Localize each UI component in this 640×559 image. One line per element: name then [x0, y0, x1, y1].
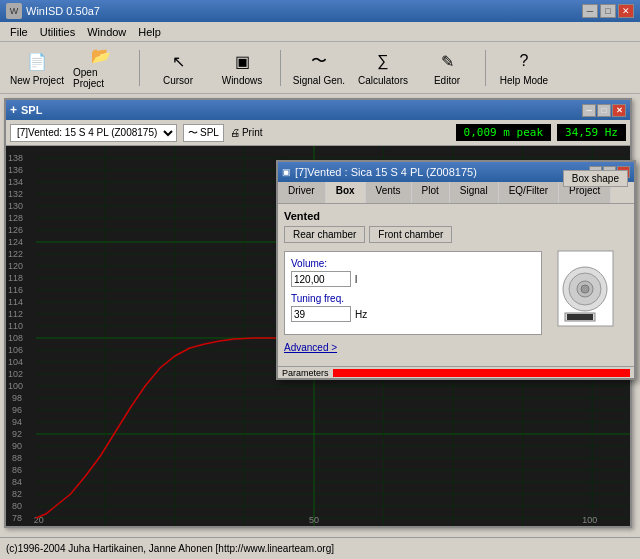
tab-eq-filter[interactable]: EQ/Filter [499, 182, 559, 203]
front-chamber-button[interactable]: Front chamber [369, 226, 452, 243]
vented-settings-box: Volume: l Tuning freq. Hz [284, 251, 542, 335]
signal-gen-button[interactable]: 〜 Signal Gen. [290, 46, 348, 90]
cursor-label: Cursor [163, 75, 193, 86]
svg-text:50: 50 [309, 515, 319, 525]
volume-input[interactable] [291, 271, 351, 287]
cursor-button[interactable]: ↖ Cursor [149, 46, 207, 90]
new-project-label: New Project [10, 75, 64, 86]
maximize-button[interactable]: □ [600, 4, 616, 18]
svg-text:84: 84 [12, 477, 22, 487]
editor-icon: ✎ [435, 49, 459, 73]
svg-text:128: 128 [8, 213, 23, 223]
box-content: Vented Rear chamber Front chamber Volume… [278, 204, 634, 378]
windows-button[interactable]: ▣ Windows [213, 46, 271, 90]
svg-text:118: 118 [8, 273, 23, 283]
spl-maximize-button[interactable]: □ [597, 104, 611, 117]
svg-text:136: 136 [8, 165, 23, 175]
params-bar-fill [333, 369, 630, 377]
help-mode-button[interactable]: ? Help Mode [495, 46, 553, 90]
svg-text:90: 90 [12, 441, 22, 451]
speaker-svg [553, 241, 623, 341]
open-project-icon: 📂 [89, 46, 113, 65]
svg-text:102: 102 [8, 369, 23, 379]
svg-text:122: 122 [8, 249, 23, 259]
svg-text:80: 80 [12, 501, 22, 511]
signal-gen-label: Signal Gen. [293, 75, 345, 86]
svg-text:110: 110 [8, 321, 23, 331]
volume-unit: l [355, 274, 357, 285]
advanced-button[interactable]: Advanced > [284, 342, 337, 353]
tab-box[interactable]: Box [326, 182, 366, 203]
svg-point-78 [581, 285, 589, 293]
spl-minimize-button[interactable]: ─ [582, 104, 596, 117]
cursor-icon: ↖ [166, 49, 190, 73]
vented-section-title: Vented [284, 210, 542, 222]
svg-text:92: 92 [12, 429, 22, 439]
svg-text:86: 86 [12, 465, 22, 475]
svg-text:120: 120 [8, 261, 23, 271]
svg-rect-80 [567, 314, 593, 320]
window-controls: ─ □ ✕ [582, 4, 634, 18]
project-select[interactable]: [7]Vented: 15 S 4 PL (Z008175) [10, 124, 177, 142]
box-left-panel: Vented Rear chamber Front chamber Volume… [284, 210, 542, 372]
box-shape-button[interactable]: Box shape [563, 170, 628, 187]
menu-window[interactable]: Window [81, 24, 132, 40]
svg-text:134: 134 [8, 177, 23, 187]
editor-button[interactable]: ✎ Editor [418, 46, 476, 90]
toolbar-separator-1 [139, 50, 140, 86]
title-bar: W WinISD 0.50a7 ─ □ ✕ [0, 0, 640, 22]
tuning-unit: Hz [355, 309, 367, 320]
svg-text:88: 88 [12, 453, 22, 463]
svg-text:100: 100 [582, 515, 597, 525]
svg-text:132: 132 [8, 189, 23, 199]
windows-label: Windows [222, 75, 263, 86]
svg-text:106: 106 [8, 345, 23, 355]
spl-window: + SPL ─ □ ✕ [7]Vented: 15 S 4 PL (Z00817… [4, 98, 632, 528]
spl-close-button[interactable]: ✕ [612, 104, 626, 117]
new-project-icon: 📄 [25, 49, 49, 73]
status-text: (c)1996-2004 Juha Hartikainen, Janne Aho… [6, 543, 334, 554]
minimize-button[interactable]: ─ [582, 4, 598, 18]
svg-text:126: 126 [8, 225, 23, 235]
tab-plot[interactable]: Plot [412, 182, 450, 203]
menu-file[interactable]: File [4, 24, 34, 40]
menu-help[interactable]: Help [132, 24, 167, 40]
calculators-button[interactable]: ∑ Calculators [354, 46, 412, 90]
new-project-button[interactable]: 📄 New Project [8, 46, 66, 90]
svg-text:82: 82 [12, 489, 22, 499]
svg-text:94: 94 [12, 417, 22, 427]
chamber-buttons: Rear chamber Front chamber [284, 226, 542, 243]
tuning-input[interactable] [291, 306, 351, 322]
menu-utilities[interactable]: Utilities [34, 24, 81, 40]
spl-window-controls: ─ □ ✕ [582, 104, 626, 117]
svg-text:114: 114 [8, 297, 23, 307]
parameters-bar: Parameters [278, 366, 634, 378]
print-button[interactable]: 🖨 Print [230, 127, 263, 138]
tab-vents[interactable]: Vents [366, 182, 412, 203]
svg-text:104: 104 [8, 357, 23, 367]
rear-chamber-button[interactable]: Rear chamber [284, 226, 365, 243]
calculators-icon: ∑ [371, 49, 395, 73]
spl-title-text: SPL [21, 104, 582, 116]
main-area: + SPL ─ □ ✕ [7]Vented: 15 S 4 PL (Z00817… [0, 94, 640, 537]
volume-row: l [291, 271, 535, 287]
box-title-icon: ▣ [282, 167, 291, 177]
svg-text:98: 98 [12, 393, 22, 403]
spl-title-bar: + SPL ─ □ ✕ [6, 100, 630, 120]
close-button[interactable]: ✕ [618, 4, 634, 18]
svg-text:78: 78 [12, 513, 22, 523]
help-mode-icon: ? [512, 49, 536, 73]
open-project-button[interactable]: 📂 Open Project [72, 46, 130, 90]
app-title: WinISD 0.50a7 [26, 5, 582, 17]
status-bar: (c)1996-2004 Juha Hartikainen, Janne Aho… [0, 537, 640, 559]
box-title-text: [7]Vented : Sica 15 S 4 PL (Z008175) [295, 166, 589, 178]
tab-signal[interactable]: Signal [450, 182, 499, 203]
box-dialog: ▣ [7]Vented : Sica 15 S 4 PL (Z008175) ─… [276, 160, 636, 380]
editor-label: Editor [434, 75, 460, 86]
svg-text:116: 116 [8, 285, 23, 295]
windows-icon: ▣ [230, 49, 254, 73]
spl-badge: 〜 SPL [183, 124, 224, 142]
tab-driver[interactable]: Driver [278, 182, 326, 203]
tuning-label: Tuning freq. [291, 293, 535, 304]
toolbar-separator-2 [280, 50, 281, 86]
